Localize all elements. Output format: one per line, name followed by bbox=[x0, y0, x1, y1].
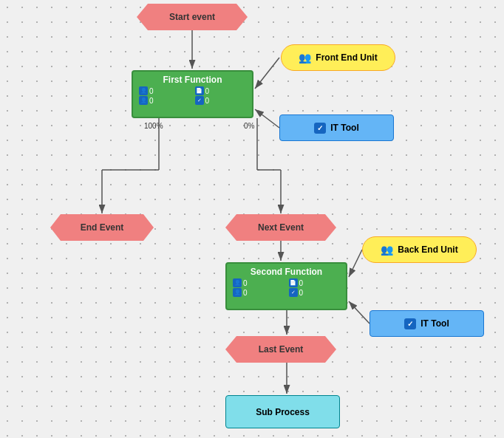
svg-line-11 bbox=[349, 250, 362, 277]
it-tool-1-icon: ✓ bbox=[314, 123, 326, 134]
next-event-label: Next Event bbox=[258, 222, 304, 233]
first-func-stat-1: 👤 0 bbox=[139, 86, 191, 95]
svg-line-2 bbox=[255, 58, 279, 89]
svg-line-12 bbox=[349, 301, 370, 324]
person-icon-1: 👤 bbox=[139, 86, 148, 95]
second-func-stat-3: 👤 0 bbox=[233, 288, 285, 297]
check-icon-1: ✓ bbox=[195, 96, 204, 105]
end-event-label: End Event bbox=[81, 222, 124, 233]
it-tool-1-label: IT Tool bbox=[330, 123, 358, 133]
it-tool-1-node[interactable]: ✓ IT Tool bbox=[279, 114, 394, 141]
first-function-node[interactable]: First Function 👤 0 📄 0 👤 0 ✓ 0 bbox=[132, 70, 253, 118]
back-end-unit-label: Back End Unit bbox=[398, 244, 457, 255]
second-func-stat-4: ✓ 0 bbox=[289, 288, 341, 297]
svg-line-3 bbox=[255, 109, 279, 128]
doc-icon-2: 📄 bbox=[289, 278, 298, 287]
back-end-unit-node[interactable]: 👥 Back End Unit bbox=[362, 236, 477, 263]
end-event-node[interactable]: End Event bbox=[50, 214, 154, 241]
it-tool-2-icon: ✓ bbox=[404, 318, 416, 329]
first-function-title: First Function bbox=[163, 75, 222, 85]
start-event-node[interactable]: Start event bbox=[137, 4, 248, 30]
front-end-icon: 👥 bbox=[299, 52, 311, 64]
person2-icon-1: 👤 bbox=[139, 96, 148, 105]
second-func-stat-2: 📄 0 bbox=[289, 278, 341, 287]
percent-0-label: 0% bbox=[244, 122, 254, 130]
first-func-stat-4: ✓ 0 bbox=[195, 96, 247, 105]
it-tool-2-label: IT Tool bbox=[420, 318, 449, 329]
next-event-node[interactable]: Next Event bbox=[225, 214, 336, 241]
back-end-icon: 👥 bbox=[381, 244, 393, 256]
front-end-unit-node[interactable]: 👥 Front End Unit bbox=[281, 44, 395, 71]
percent-100-label: 100% bbox=[144, 122, 163, 130]
sub-process-label: Sub Process bbox=[256, 407, 310, 417]
second-func-stat-1: 👤 0 bbox=[233, 278, 285, 287]
doc-icon-1: 📄 bbox=[195, 86, 204, 95]
last-event-label: Last Event bbox=[259, 344, 304, 355]
last-event-node[interactable]: Last Event bbox=[225, 336, 336, 363]
front-end-unit-label: Front End Unit bbox=[316, 52, 377, 63]
second-function-title: Second Function bbox=[251, 267, 322, 277]
start-event-label: Start event bbox=[169, 12, 215, 22]
check-icon-2: ✓ bbox=[289, 288, 298, 297]
person-icon-2: 👤 bbox=[233, 278, 242, 287]
person2-icon-2: 👤 bbox=[233, 288, 242, 297]
it-tool-2-node[interactable]: ✓ IT Tool bbox=[370, 310, 484, 337]
second-function-node[interactable]: Second Function 👤 0 📄 0 👤 0 ✓ 0 bbox=[225, 262, 347, 310]
sub-process-node[interactable]: Sub Process bbox=[225, 395, 340, 428]
first-func-stat-3: 👤 0 bbox=[139, 96, 191, 105]
first-func-stat-2: 📄 0 bbox=[195, 86, 247, 95]
